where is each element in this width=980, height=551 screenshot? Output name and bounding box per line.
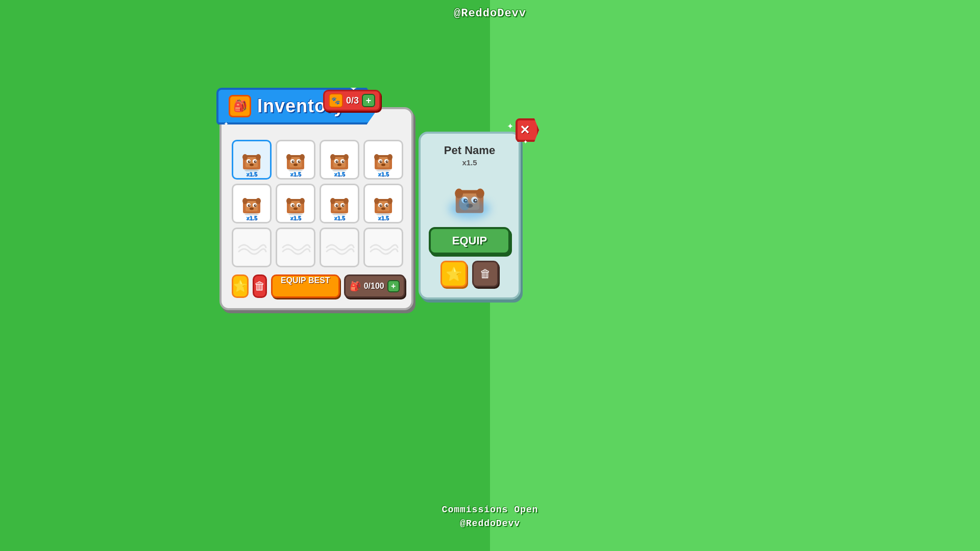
svg-point-63 <box>256 198 261 204</box>
svg-point-98 <box>381 205 382 206</box>
favorite-button[interactable]: ⭐ <box>232 274 249 298</box>
svg-point-115 <box>476 189 484 198</box>
detail-delete-button[interactable]: 🗑 <box>472 261 499 287</box>
inventory-count-text: 0/100 <box>364 282 384 291</box>
inventory-expand-button[interactable]: + <box>387 280 400 292</box>
pet-multiplier-8: x1.5 <box>378 215 388 222</box>
background-right <box>490 0 980 551</box>
svg-point-50 <box>387 154 393 160</box>
svg-point-21 <box>299 161 300 162</box>
svg-point-35 <box>337 164 341 166</box>
svg-point-34 <box>343 161 344 162</box>
equip-best-button[interactable]: EQUIP BEST <box>271 274 340 298</box>
svg-point-75 <box>286 198 291 204</box>
delete-button[interactable]: 🗑 <box>253 274 267 298</box>
pet-counter-badge: 🐾 0/3 + <box>323 90 381 111</box>
pet-multiplier-2: x1.5 <box>290 171 301 178</box>
equip-button[interactable]: EQUIP <box>429 227 510 255</box>
empty-slot-scribble-1 <box>233 229 270 266</box>
sparkle-2: ✦ <box>224 120 229 128</box>
detail-favorite-button[interactable]: ⭐ <box>440 261 467 287</box>
bottom-bar: ⭐ 🗑 EQUIP BEST 🎒 0/100 + <box>232 274 401 298</box>
dog-icon-2 <box>283 146 308 171</box>
svg-point-72 <box>293 205 294 206</box>
detail-panel: ✕ ✦ ✦ Pet Name x1.5 <box>419 132 521 299</box>
pet-slot-10 <box>276 228 315 267</box>
svg-point-7 <box>249 161 250 162</box>
detail-pet-name: Pet Name <box>429 144 510 157</box>
svg-point-85 <box>337 205 338 206</box>
pet-counter-text: 0/3 <box>346 95 359 106</box>
detail-actions: ⭐ 🗑 <box>429 261 510 287</box>
svg-point-88 <box>330 198 335 204</box>
pet-slot-3[interactable]: x1.5 <box>320 140 359 180</box>
pet-counter-plus-button[interactable]: + <box>362 94 375 107</box>
svg-point-89 <box>344 198 349 204</box>
svg-point-87 <box>337 208 341 210</box>
svg-point-49 <box>374 154 379 160</box>
bottom-credit: Commissions Open @ReddoDevv <box>442 503 538 531</box>
svg-point-46 <box>381 161 382 162</box>
svg-point-33 <box>337 161 338 162</box>
svg-point-100 <box>381 208 385 210</box>
detail-pet-image <box>447 173 493 219</box>
svg-point-61 <box>250 208 254 210</box>
detail-pet-multiplier: x1.5 <box>429 158 510 167</box>
inventory-panel: 🎒 Inventory ✦ ✦ 🐾 0/3 + <box>219 107 413 310</box>
svg-point-20 <box>293 161 294 162</box>
svg-point-36 <box>330 154 335 160</box>
svg-point-99 <box>387 205 388 206</box>
pet-slot-8[interactable]: x1.5 <box>363 184 403 223</box>
svg-point-23 <box>286 154 291 160</box>
svg-point-8 <box>255 161 256 162</box>
top-credit: @ReddoDevv <box>454 7 526 20</box>
svg-point-102 <box>387 198 393 204</box>
pet-multiplier-1: x1.5 <box>246 171 257 178</box>
svg-point-22 <box>293 164 298 166</box>
pet-slot-2[interactable]: x1.5 <box>276 140 315 180</box>
svg-point-24 <box>300 154 305 160</box>
dog-icon-8 <box>371 190 396 215</box>
svg-point-10 <box>242 154 248 160</box>
svg-point-114 <box>455 189 463 198</box>
pet-multiplier-4: x1.5 <box>378 171 388 178</box>
pet-multiplier-6: x1.5 <box>290 215 301 222</box>
pet-slot-11 <box>320 228 359 267</box>
svg-point-48 <box>381 164 385 166</box>
inventory-icon: 🎒 <box>229 95 251 117</box>
pet-slot-6[interactable]: x1.5 <box>276 184 315 223</box>
empty-slot-scribble-4 <box>365 229 402 266</box>
dog-icon-4 <box>371 146 396 171</box>
sparkle-close-1: ✦ <box>507 121 513 131</box>
pet-slot-5[interactable]: x1.5 <box>232 184 272 223</box>
svg-point-62 <box>242 198 248 204</box>
dog-icon-3 <box>327 146 352 171</box>
svg-point-60 <box>255 205 256 206</box>
dog-icon-1 <box>239 146 264 171</box>
svg-point-47 <box>387 161 388 162</box>
pet-slot-4[interactable]: x1.5 <box>363 140 403 180</box>
dog-icon-7 <box>327 190 352 215</box>
svg-point-101 <box>374 198 379 204</box>
empty-slot-scribble-2 <box>277 229 314 266</box>
svg-point-9 <box>250 164 254 166</box>
svg-point-76 <box>300 198 305 204</box>
pet-slot-7[interactable]: x1.5 <box>320 184 359 223</box>
svg-point-86 <box>343 205 344 206</box>
pet-slot-12 <box>363 228 403 267</box>
svg-point-73 <box>299 205 300 206</box>
pet-slot-1[interactable]: x1.5 <box>232 140 272 180</box>
inventory-count-container: 🎒 0/100 + <box>344 274 405 298</box>
pet-slot-9 <box>232 228 272 267</box>
pet-multiplier-5: x1.5 <box>246 215 257 222</box>
empty-slot-scribble-3 <box>321 229 358 266</box>
svg-point-11 <box>256 154 261 160</box>
svg-point-74 <box>293 208 298 210</box>
dog-icon-5 <box>239 190 264 215</box>
main-container: 🎒 Inventory ✦ ✦ 🐾 0/3 + <box>219 107 521 310</box>
sparkle-close-2: ✦ <box>523 139 528 145</box>
pet-multiplier-3: x1.5 <box>334 171 345 178</box>
pet-counter-icon: 🐾 <box>329 93 343 108</box>
pet-multiplier-7: x1.5 <box>334 215 345 222</box>
pet-glow <box>449 198 490 219</box>
